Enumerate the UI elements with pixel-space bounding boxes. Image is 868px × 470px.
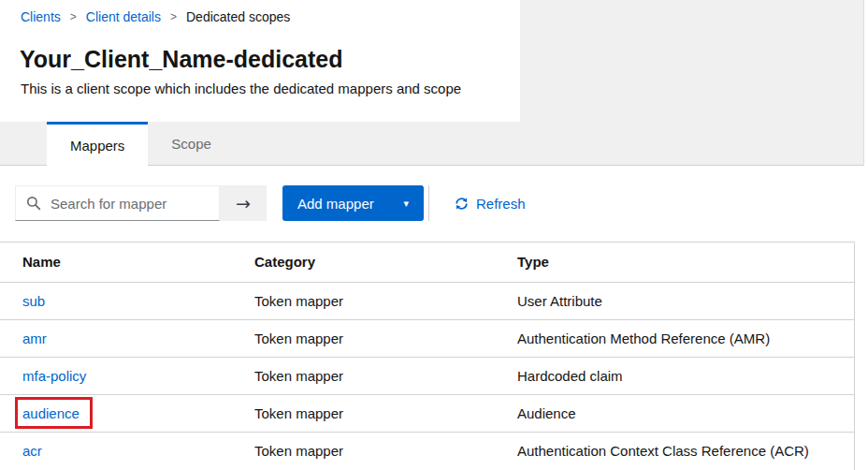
refresh-icon [455,197,469,211]
column-header-category: Category [254,242,517,282]
right-edge-strip [863,0,868,166]
refresh-button[interactable]: Refresh [455,185,526,221]
mapper-name-link[interactable]: audience [22,405,80,421]
mapper-name-cell: sub [22,294,45,308]
search-group: → [15,185,267,221]
tab-mappers-label: Mappers [70,138,124,154]
table-row: audience Token mapper Audience [0,394,854,432]
mappers-toolbar: → Add mapper ▾ Refresh [15,185,526,221]
mapper-type-cell: Hardcoded claim [517,357,854,394]
page-subtitle: This is a client scope which includes th… [21,81,461,96]
mapper-category-cell: Token mapper [254,432,517,469]
mappers-table: Name Category Type sub Token mapper [0,242,854,469]
tab-scope-label: Scope [171,136,211,152]
breadcrumb: Clients > Client details > Dedicated sco… [21,9,290,24]
tab-scope[interactable]: Scope [148,122,235,166]
refresh-label: Refresh [476,196,526,212]
breadcrumb-separator-icon: > [70,10,77,23]
mapper-category-cell: Token mapper [254,319,517,357]
table-row: mfa-policy Token mapper Hardcoded claim [0,357,854,394]
table-row: sub Token mapper User Attribute [0,282,854,319]
mapper-name-link[interactable]: acr [22,443,42,459]
mapper-type-cell: Authentication Context Class Reference (… [517,432,854,469]
tab-mappers[interactable]: Mappers [47,122,148,167]
page-title: Your_Client_Name-dedicated [20,46,342,73]
mapper-name-cell: acr [22,444,42,458]
breadcrumb-separator-icon: > [170,10,177,23]
mapper-name-cell: amr [22,331,47,345]
mapper-type-cell: Audience [517,394,854,432]
table-row: amr Token mapper Authentication Method R… [0,319,854,357]
mapper-name-cell: mfa-policy [22,369,86,383]
mappers-table-container: Name Category Type sub Token mapper [0,242,855,470]
search-input[interactable] [15,185,220,221]
column-header-type: Type [517,242,854,282]
mapper-name-link[interactable]: mfa-policy [22,368,86,384]
breadcrumb-link-client-details[interactable]: Client details [86,9,161,24]
toolbar-divider [428,185,429,221]
header-background-patch [520,0,863,122]
mapper-name-link[interactable]: sub [22,293,45,309]
table-header-row: Name Category Type [0,242,854,282]
column-header-name: Name [0,242,254,282]
breadcrumb-link-clients[interactable]: Clients [21,9,61,24]
table-body: sub Token mapper User Attribute amr [0,282,854,469]
mapper-name-link[interactable]: amr [22,330,47,346]
mapper-category-cell: Token mapper [254,394,517,432]
search-submit-button[interactable]: → [220,185,267,221]
table-row: acr Token mapper Authentication Context … [0,432,854,469]
add-mapper-button[interactable]: Add mapper ▾ [282,185,424,221]
breadcrumb-current: Dedicated scopes [186,9,290,24]
mapper-type-cell: User Attribute [517,282,854,319]
caret-down-icon: ▾ [403,198,409,210]
tab-bar: Mappers Scope [0,122,863,166]
add-mapper-label: Add mapper [297,196,374,212]
arrow-right-icon: → [236,193,251,213]
dedicated-scopes-page: Clients > Client details > Dedicated sco… [0,0,868,470]
mapper-type-cell: Authentication Method Reference (AMR) [517,319,854,357]
mapper-name-cell: audience [22,406,80,420]
mapper-category-cell: Token mapper [254,357,517,394]
mapper-category-cell: Token mapper [254,282,517,319]
